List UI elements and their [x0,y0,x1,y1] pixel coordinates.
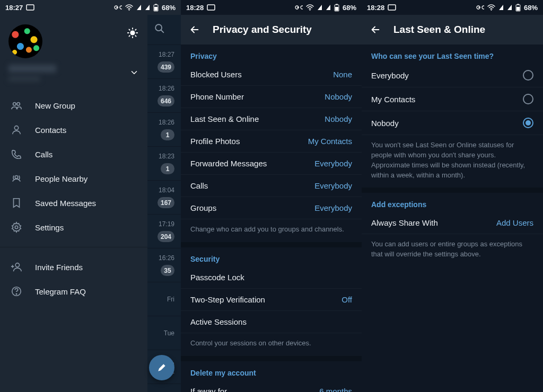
svg-point-10 [15,176,18,179]
unread-badge: 646 [157,95,174,106]
drawer-item-people-nearby[interactable]: People Nearby [0,166,147,191]
compose-fab[interactable] [149,355,174,380]
row-label: Passcode Lock [190,273,244,282]
chat-time: 17:19 [159,220,174,228]
search-icon[interactable] [154,23,165,37]
radio-option-nobody[interactable]: Nobody [362,111,543,135]
drawer-item-invite-friends[interactable]: Invite Friends [0,255,147,279]
drawer-item-settings[interactable]: Settings [0,215,147,239]
account-name [8,65,56,73]
chat-row[interactable]: ✓✓ Jan 04 [147,384,181,392]
row-label: Profile Photos [190,137,240,146]
section-header-exceptions: Add exceptions [362,193,543,212]
svg-point-7 [13,103,16,106]
battery-percent: 68% [162,4,176,12]
signal-icon [136,4,142,11]
chat-row[interactable]: 17:19204 [147,214,181,248]
chat-row[interactable]: 18:27439 [147,44,181,78]
vpn-icon [112,5,122,10]
drawer-item-label: Saved Messages [35,199,96,208]
radio-label: My Contacts [371,95,415,104]
chat-day: Fri [167,296,174,303]
chat-row[interactable]: Fri [147,282,181,316]
setting-row-calls[interactable]: CallsEverybody [181,175,362,197]
svg-rect-24 [516,7,520,11]
signal-icon [317,4,322,11]
setting-row-blocked-users[interactable]: Blocked UsersNone [181,64,362,86]
row-label: Phone Number [190,92,244,101]
setting-row-two-step-verification[interactable]: Two-Step VerificationOff [181,289,362,311]
chat-row[interactable]: 16:2635 [147,248,181,282]
clock: 18:28 [367,4,384,12]
signal2-icon [507,4,512,11]
chat-row[interactable]: 18:231 [147,146,181,180]
back-button[interactable] [188,23,201,36]
row-label: Forwarded Messages [190,159,267,168]
svg-rect-20 [388,5,396,10]
radio-indicator [523,94,533,104]
svg-rect-23 [517,4,519,5]
setting-row-last-seen-online[interactable]: Last Seen & OnlineNobody [181,108,362,130]
unread-badge: 439 [157,61,174,73]
chat-row[interactable]: Tue [147,316,181,350]
row-value: Nobody [325,114,352,123]
status-bar: 18:28 68% [362,0,543,15]
unread-badge: 1 [161,129,174,140]
contact-icon [11,124,22,136]
setting-row-phone-number[interactable]: Phone NumberNobody [181,86,362,108]
chat-row[interactable]: 18:26646 [147,78,181,112]
saved-icon [11,197,22,209]
theme-toggle-icon[interactable] [126,26,139,39]
chat-row[interactable]: 18:261 [147,112,181,146]
row-label: Two-Step Verification [190,295,265,304]
radio-label: Nobody [371,119,399,128]
chat-time: 18:27 [159,51,174,58]
vpn-icon [475,5,484,10]
setting-row-groups[interactable]: GroupsEverybody [181,197,362,219]
setting-row-forwarded-messages[interactable]: Forwarded MessagesEverybody [181,153,362,175]
drawer-item-label: Telegram FAQ [35,287,86,296]
svg-point-8 [17,103,20,106]
row-value: 6 months [319,387,352,392]
chat-row[interactable]: 18:04167 [147,180,181,214]
battery-percent: 68% [343,4,356,12]
radio-option-my-contacts[interactable]: My Contacts [362,87,543,111]
chat-time: 18:04 [159,186,174,194]
battery-percent: 68% [524,4,538,12]
radio-option-everybody[interactable]: Everybody [362,64,543,87]
drawer-item-new-group[interactable]: New Group [0,93,147,118]
unread-badge: 204 [157,231,174,242]
svg-rect-18 [336,4,338,5]
row-value: Everybody [314,203,352,212]
section-header-security: Security [181,247,362,266]
row-value: My Contacts [308,137,352,146]
exceptions-hint: You can add users or entire groups as ex… [362,234,543,267]
privacy-hint: Change who can add you to groups and cha… [181,219,362,242]
always-share-row[interactable]: Always Share With Add Users [362,212,543,234]
delete-if-away-row[interactable]: If away for 6 months [181,380,362,392]
svg-rect-19 [335,7,338,11]
invite-icon [11,261,22,273]
drawer-item-label: Invite Friends [35,263,83,272]
back-button[interactable] [369,23,382,36]
account-expand-icon[interactable] [129,68,139,79]
drawer-item-calls[interactable]: Calls [0,142,147,166]
avatar[interactable] [8,24,42,58]
clock: 18:27 [5,4,23,12]
radio-indicator [523,118,533,128]
page-title: Last Seen & Online [393,24,485,35]
chat-day: Tue [164,329,174,337]
chat-time: 18:26 [159,119,174,126]
chat-list-strip: 18:2743918:2664618:26118:23118:0416717:1… [147,15,181,392]
cast-icon [207,4,215,11]
svg-point-9 [14,126,18,130]
setting-row-active-sessions[interactable]: Active Sessions [181,311,362,333]
drawer-item-saved-messages[interactable]: Saved Messages [0,191,147,215]
setting-row-passcode-lock[interactable]: Passcode Lock [181,266,362,289]
signal-icon [498,4,504,11]
drawer-item-contacts[interactable]: Contacts [0,118,147,142]
drawer-item-telegram-faq[interactable]: Telegram FAQ [0,279,147,304]
setting-row-profile-photos[interactable]: Profile PhotosMy Contacts [181,130,362,153]
wifi-icon [487,4,495,11]
drawer-item-label: People Nearby [35,174,87,183]
